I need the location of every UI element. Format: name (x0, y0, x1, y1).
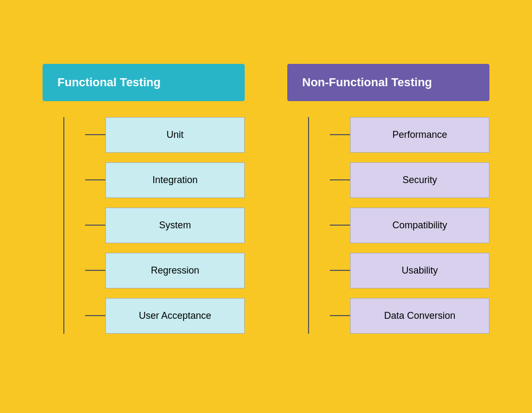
nonfunctional-node-row: Compatibility (330, 208, 489, 243)
nonfunctional-header: Non-Functional Testing (287, 64, 489, 101)
nonfunctional-node-box: Performance (350, 117, 489, 153)
h-connector (85, 225, 105, 226)
functional-node-box: Regression (105, 253, 245, 288)
nonfunctional-header-label: Non-Functional Testing (302, 76, 432, 89)
functional-nodes: UnitIntegrationSystemRegressionUser Acce… (85, 101, 245, 350)
functional-node-row: Regression (85, 253, 245, 288)
h-connector (85, 179, 105, 180)
functional-node-row: System (85, 208, 245, 243)
nonfunctional-node-box: Security (350, 162, 489, 198)
nf-h-connector (330, 315, 350, 316)
nf-h-connector (330, 270, 350, 271)
functional-node-box: System (105, 208, 245, 243)
functional-node-box: Unit (105, 117, 245, 153)
functional-header-label: Functional Testing (57, 76, 161, 89)
nonfunctional-spine (287, 101, 330, 350)
functional-header: Functional Testing (43, 64, 245, 101)
h-connector (85, 315, 105, 316)
functional-node-row: Unit (85, 117, 245, 153)
functional-node-row: Integration (85, 162, 245, 198)
functional-tree: UnitIntegrationSystemRegressionUser Acce… (43, 101, 245, 350)
nonfunctional-tree: PerformanceSecurityCompatibilityUsabilit… (287, 101, 489, 350)
nonfunctional-column: Non-Functional Testing PerformanceSecuri… (287, 64, 489, 350)
nonfunctional-node-row: Usability (330, 253, 489, 288)
h-connector (85, 270, 105, 271)
functional-node-box: User Acceptance (105, 298, 245, 334)
spine-line (63, 117, 64, 334)
nonfunctional-nodes: PerformanceSecurityCompatibilityUsabilit… (330, 101, 489, 350)
functional-node-row: User Acceptance (85, 298, 245, 334)
nonfunctional-node-box: Compatibility (350, 208, 489, 243)
nf-h-connector (330, 179, 350, 180)
nf-h-connector (330, 134, 350, 135)
nonfunctional-node-row: Security (330, 162, 489, 198)
nonfunctional-node-row: Performance (330, 117, 489, 153)
functional-column: Functional Testing UnitIntegrationSystem… (43, 64, 245, 350)
diagram-container: Functional Testing UnitIntegrationSystem… (21, 43, 511, 371)
functional-node-box: Integration (105, 162, 245, 198)
nf-h-connector (330, 225, 350, 226)
h-connector (85, 134, 105, 135)
nf-spine-line (308, 117, 309, 334)
nonfunctional-node-box: Data Conversion (350, 298, 489, 334)
nonfunctional-node-box: Usability (350, 253, 489, 288)
functional-spine (43, 101, 85, 350)
nonfunctional-node-row: Data Conversion (330, 298, 489, 334)
